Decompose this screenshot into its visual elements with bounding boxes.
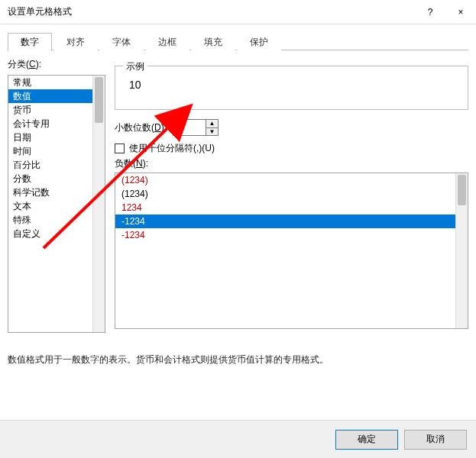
tab-font[interactable]: 字体 — [99, 33, 144, 51]
category-label: 分类(C): — [8, 58, 41, 71]
title-bar: 设置单元格格式 ? × — [0, 0, 476, 24]
sample-value: 10 — [115, 66, 468, 91]
list-item[interactable]: 百分比 — [8, 158, 105, 172]
list-item[interactable]: 货币 — [8, 103, 105, 117]
list-item[interactable]: 特殊 — [8, 213, 105, 227]
scrollbar[interactable] — [455, 173, 468, 328]
list-item[interactable]: (1234) — [115, 173, 468, 187]
decimal-label: 小数位数(D): — [115, 121, 167, 134]
negatives-list[interactable]: (1234) (1234) 1234 -1234 -1234 — [115, 173, 468, 329]
sample-group: 示例 10 — [115, 66, 468, 110]
tab-fill[interactable]: 填充 — [191, 33, 235, 51]
tab-strip: 数字 对齐 字体 边框 填充 保护 — [8, 32, 468, 50]
list-item[interactable]: 文本 — [8, 199, 105, 213]
list-item[interactable]: 1234 — [115, 201, 468, 214]
category-list[interactable]: 常规 数值 货币 会计专用 日期 时间 百分比 分数 科学记数 文本 特殊 自定… — [8, 75, 105, 333]
list-item[interactable]: 时间 — [8, 144, 105, 158]
list-item[interactable]: -1234 — [115, 228, 468, 242]
list-item[interactable]: 数值 — [8, 89, 105, 103]
format-description: 数值格式用于一般数字的表示。货币和会计格式则提供货币值计算的专用格式。 — [8, 353, 468, 366]
list-item[interactable]: 会计专用 — [8, 117, 105, 131]
list-item[interactable]: 常规 — [8, 76, 105, 89]
window-title: 设置单元格格式 — [8, 5, 415, 18]
scrollbar[interactable] — [92, 76, 105, 332]
negatives-label: 负数(N): — [115, 157, 148, 170]
thousands-separator-checkbox[interactable]: 使用千位分隔符(,)(U) — [115, 142, 215, 155]
spinner-up-icon[interactable]: ▲ — [206, 120, 218, 128]
tab-number[interactable]: 数字 — [8, 33, 52, 51]
ok-button[interactable]: 确定 — [335, 430, 398, 450]
help-button[interactable]: ? — [415, 0, 445, 24]
decimal-places-spinner[interactable]: ▲ ▼ — [173, 119, 219, 136]
list-item[interactable]: 自定义 — [8, 227, 105, 240]
checkbox-box-icon — [115, 144, 125, 153]
list-item[interactable]: 日期 — [8, 131, 105, 144]
dialog-footer: 确定 取消 — [0, 420, 476, 458]
list-item[interactable]: (1234) — [115, 187, 468, 201]
tab-protect[interactable]: 保护 — [237, 33, 281, 51]
tab-border[interactable]: 边框 — [145, 33, 189, 51]
list-item[interactable]: 科学记数 — [8, 185, 105, 199]
cancel-button[interactable]: 取消 — [404, 430, 467, 450]
list-item[interactable]: 分数 — [8, 172, 105, 185]
spinner-down-icon[interactable]: ▼ — [206, 128, 218, 136]
thousands-label: 使用千位分隔符(,)(U) — [129, 142, 215, 155]
list-item[interactable]: -1234 — [115, 214, 468, 228]
decimal-places-input[interactable] — [173, 120, 206, 135]
tab-align[interactable]: 对齐 — [53, 33, 98, 51]
sample-legend: 示例 — [123, 60, 147, 73]
close-button[interactable]: × — [445, 0, 476, 24]
